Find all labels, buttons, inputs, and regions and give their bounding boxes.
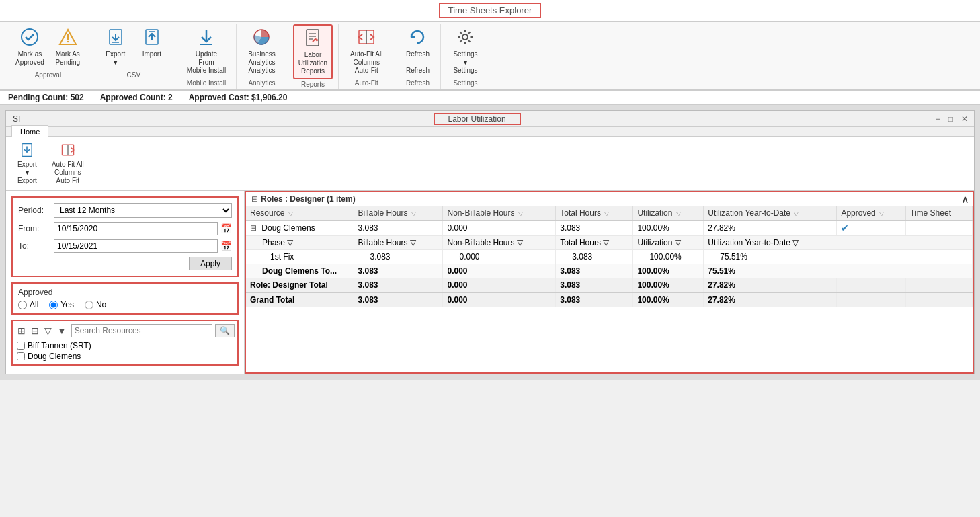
grand-total-name-cell: Grand Total xyxy=(246,292,354,307)
resource-name-1: Doug Clemens xyxy=(28,352,81,361)
svg-line-24 xyxy=(469,32,471,34)
autofit-columns-button[interactable]: Auto-Fit AllColumnsAuto-Fit xyxy=(345,24,387,78)
role-total-timesheet-cell xyxy=(906,278,973,293)
search-resources-input[interactable] xyxy=(71,324,212,337)
phase-billable-cell: 3.083 xyxy=(354,250,443,264)
svg-point-17 xyxy=(462,34,468,40)
table-row: Role: Designer Total 3.083 0.000 3.083 1… xyxy=(246,278,973,293)
radio-all-label[interactable]: All xyxy=(18,300,38,309)
grand-total-ytd-cell: 27.82% xyxy=(704,292,837,307)
mark-approved-label: Mark as Approved xyxy=(15,50,44,67)
resource-expand-icon[interactable]: ⊟ xyxy=(250,223,257,233)
data-table: Resource ▽ Billable Hours ▽ Non-Billable… xyxy=(246,206,973,307)
billable-filter-icon[interactable]: ▽ xyxy=(411,210,416,217)
from-date-input[interactable] xyxy=(54,222,218,235)
non-billable-filter-icon[interactable]: ▽ xyxy=(518,210,523,217)
filter-dropdown-icon[interactable]: ▼ xyxy=(55,325,69,337)
ribbon-group-autofit-label: Auto-Fit xyxy=(355,79,378,88)
ribbon-group-refresh-label: Refresh xyxy=(406,79,430,88)
util-ytd-filter-icon[interactable]: ▽ xyxy=(794,210,799,217)
radio-all[interactable] xyxy=(18,301,27,309)
update-from-mobile-label: UpdateFromMobile Install xyxy=(187,50,226,75)
to-calendar-icon[interactable]: 📅 xyxy=(220,241,232,251)
sub-autofit-button[interactable]: Auto Fit AllColumnsAuto Fit xyxy=(46,140,90,188)
phase-util-filter-icon[interactable]: ▽ xyxy=(675,238,681,247)
col-timesheet: Time Sheet xyxy=(906,206,973,221)
import-icon xyxy=(142,28,161,49)
sub-export-button[interactable]: Export▼Export xyxy=(11,140,43,188)
role-total-nonbillable-cell: 0.000 xyxy=(443,278,556,293)
period-row: Period: Last 12 Months Last 3 Months Las… xyxy=(18,203,232,218)
ribbon-group-csv: Export▼ Import CSV xyxy=(93,24,175,89)
util-filter-icon[interactable]: ▽ xyxy=(676,210,681,217)
export-icon xyxy=(106,28,125,49)
phase-total-filter-icon[interactable]: ▽ xyxy=(603,238,609,247)
minimize-button[interactable]: − xyxy=(934,114,942,124)
sub-export-label: Export▼Export xyxy=(17,161,37,185)
sub-autofit-icon xyxy=(60,143,75,161)
svg-line-22 xyxy=(460,32,462,34)
labor-utilization-reports-button[interactable]: LaborUtilizationReports xyxy=(293,24,333,79)
title-bar-title: Time Sheets Explorer xyxy=(439,3,542,18)
search-row: ⊞ ⊟ ▽ ▼ 🔍 xyxy=(15,324,235,337)
radio-yes[interactable] xyxy=(49,301,58,309)
resource-checkbox-0[interactable] xyxy=(17,342,25,350)
phase-ytd-cell: 75.51% xyxy=(704,250,973,264)
list-icon[interactable]: ⊟ xyxy=(29,325,41,337)
update-from-mobile-button[interactable]: UpdateFromMobile Install xyxy=(182,24,231,78)
business-analytics-button[interactable]: BusinessAnalyticsAnalytics xyxy=(243,24,280,78)
approved-filter-icon[interactable]: ▽ xyxy=(879,210,884,217)
subtotal-total-cell: 3.083 xyxy=(556,264,633,278)
radio-yes-label[interactable]: Yes xyxy=(49,300,74,309)
phase-nonbillable-filter-icon[interactable]: ▽ xyxy=(517,238,523,247)
refresh-button[interactable]: RefreshRefresh xyxy=(400,24,435,78)
maximize-button[interactable]: □ xyxy=(946,114,955,124)
ribbon-group-settings: Settings▼Settings Settings xyxy=(442,24,488,89)
apply-button[interactable]: Apply xyxy=(189,257,232,270)
radio-no-label[interactable]: No xyxy=(85,300,106,309)
ribbon-group-settings-label: Settings xyxy=(453,79,477,88)
search-section: ⊞ ⊟ ▽ ▼ 🔍 Biff Tannen (SRT) xyxy=(11,320,239,366)
ribbon-group-reports-label: Reports xyxy=(301,81,325,89)
period-select[interactable]: Last 12 Months Last 3 Months Last 6 Mont… xyxy=(54,203,232,218)
ribbon-group-approval-label: Approval xyxy=(35,71,61,80)
grand-total-nonbillable-cell: 0.000 xyxy=(443,292,556,307)
section-collapse-icon[interactable]: ⊟ xyxy=(251,194,258,204)
radio-no[interactable] xyxy=(85,301,93,309)
approved-count: Approved Count: 2 xyxy=(100,93,173,102)
mark-approved-button[interactable]: Mark as Approved xyxy=(11,24,49,70)
table-container: Resource ▽ Billable Hours ▽ Non-Billable… xyxy=(246,206,973,307)
resource-checkbox-1[interactable] xyxy=(17,352,25,360)
subtotal-billable-cell: 3.083 xyxy=(354,264,443,278)
mark-pending-button[interactable]: Mark As Pending xyxy=(50,24,85,70)
phase-billable-filter-icon[interactable]: ▽ xyxy=(410,238,416,247)
grid-icon[interactable]: ⊞ xyxy=(15,325,28,337)
resource-filter-icon[interactable]: ▽ xyxy=(288,210,293,217)
phase-total-col: Total Hours ▽ xyxy=(556,236,633,250)
close-button[interactable]: ✕ xyxy=(959,114,970,124)
col-utilization: Utilization ▽ xyxy=(633,206,704,221)
search-go-button[interactable]: 🔍 xyxy=(215,324,235,337)
import-button[interactable]: Import xyxy=(134,24,169,62)
phase-ytd-filter-icon[interactable]: ▽ xyxy=(792,238,799,247)
export-button[interactable]: Export▼ xyxy=(98,24,133,70)
role-total-approved-cell xyxy=(837,278,906,293)
sub-autofit-label: Auto Fit AllColumnsAuto Fit xyxy=(52,161,84,185)
settings-button[interactable]: Settings▼Settings xyxy=(448,24,483,78)
table-row: Doug Clemens To... 3.083 0.000 3.083 100… xyxy=(246,264,973,278)
table-header-row: Resource ▽ Billable Hours ▽ Non-Billable… xyxy=(246,206,973,221)
gear-icon xyxy=(456,28,475,49)
ribbon-group-analytics-label: Analytics xyxy=(248,79,275,88)
phase-filter-icon[interactable]: ▽ xyxy=(287,238,293,247)
status-bar: Pending Count: 502 Approved Count: 2 App… xyxy=(0,91,980,105)
ribbon-group-approval: Mark as Approved Mark As Pending Approva… xyxy=(5,24,91,89)
to-date-input[interactable] xyxy=(54,239,218,253)
filter-icon[interactable]: ▽ xyxy=(42,325,54,337)
section-collapse-arrow[interactable]: ∧ xyxy=(961,193,969,206)
tab-home[interactable]: Home xyxy=(11,125,48,138)
pending-count: Pending Count: 502 xyxy=(8,93,84,102)
mark-pending-label: Mark As Pending xyxy=(55,50,80,67)
resource-name-cell: ⊟ Doug Clemens xyxy=(246,221,354,236)
from-calendar-icon[interactable]: 📅 xyxy=(220,223,232,234)
total-filter-icon[interactable]: ▽ xyxy=(604,210,609,217)
